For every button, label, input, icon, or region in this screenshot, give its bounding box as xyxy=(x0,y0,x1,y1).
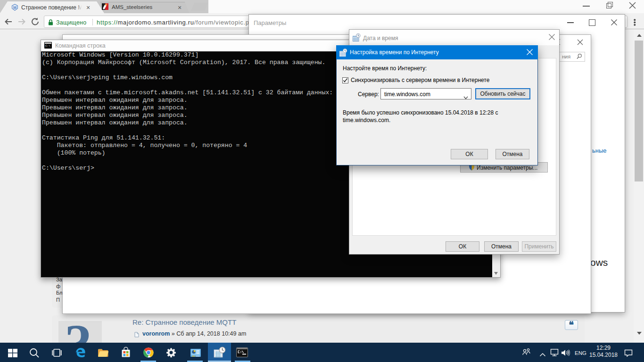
svg-text:M: M xyxy=(13,5,17,10)
